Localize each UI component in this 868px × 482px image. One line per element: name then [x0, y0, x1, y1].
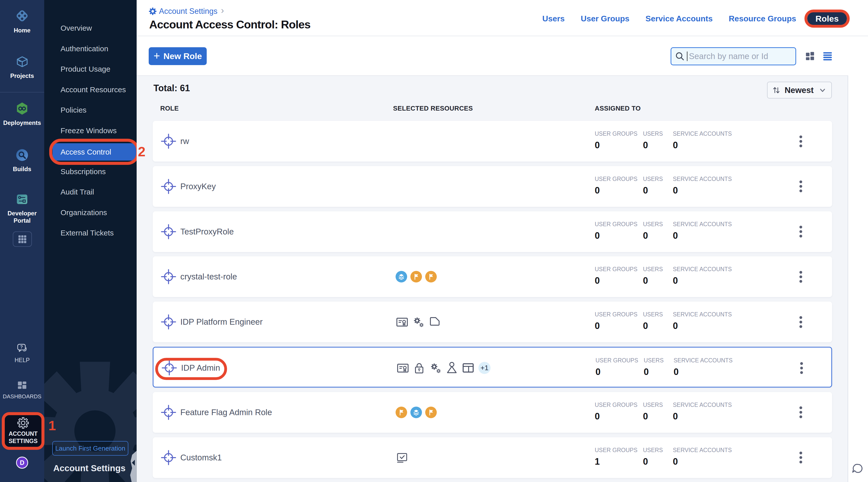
annotation-step-2: 2 [138, 144, 146, 159]
chevron-down-icon [819, 86, 826, 94]
rail-item-builds[interactable]: Builds [0, 148, 44, 173]
sidebar-item-account-resources[interactable]: Account Resources [61, 85, 126, 95]
sidebar-item-policies[interactable]: Policies [61, 105, 86, 115]
sort-dropdown[interactable]: Newest [767, 82, 832, 98]
count-label: SERVICE ACCOUNTS [673, 447, 732, 454]
search-input[interactable]: Search by name or Id [671, 47, 796, 65]
count-label: USER GROUPS [595, 357, 638, 364]
count-value: 0 [595, 275, 600, 286]
role-name[interactable]: rw [180, 121, 189, 161]
count-label: USER GROUPS [595, 176, 638, 182]
breadcrumb[interactable]: Account Settings › [149, 7, 224, 16]
row-menu-button[interactable] [798, 360, 805, 376]
role-target-icon [161, 179, 176, 194]
role-name[interactable]: ProxyKey [180, 166, 216, 207]
rail-item-dashboards[interactable]: DASHBOARDS [0, 381, 44, 400]
user-avatar[interactable]: D [16, 457, 28, 469]
search-placeholder: Search by name or Id [689, 52, 768, 61]
count-label: USERS [643, 176, 663, 182]
row-menu-button[interactable] [797, 133, 805, 150]
sidebar-item-authentication[interactable]: Authentication [61, 44, 108, 54]
count-label: USERS [643, 130, 663, 137]
role-target-icon [161, 314, 176, 329]
role-target-icon [161, 134, 176, 149]
grid-view-button[interactable] [805, 51, 815, 61]
tab-user-groups[interactable]: User Groups [581, 14, 629, 23]
avatar-initial: D [20, 459, 24, 466]
sidebar-item-freeze-windows[interactable]: Freeze Windows [61, 126, 117, 136]
role-card-proxykey[interactable]: ProxyKey USER GROUPS 0 USERS 0 SERVICE A… [153, 166, 832, 207]
count-value: 0 [673, 185, 678, 196]
module-selector-button[interactable] [13, 232, 32, 247]
more-resources-badge[interactable]: +1 [478, 362, 491, 374]
layout-icon [462, 361, 475, 374]
sidebar-panel-title: Account Settings [53, 463, 126, 473]
sidebar-item-audit-trail[interactable]: Audit Trail [61, 187, 94, 197]
monitor-check-icon [396, 451, 409, 464]
role-card-idp-admin[interactable]: IDP Admin +1 USER GROUPS 0 USERS 0 SERVI… [153, 347, 832, 388]
gears-icon [429, 361, 442, 374]
list-view-button[interactable] [823, 51, 832, 61]
count-label: USER GROUPS [595, 130, 638, 137]
count-label: SERVICE ACCOUNTS [673, 266, 732, 273]
row-menu-button[interactable] [797, 313, 805, 330]
toolbar: + New Role Search by name or Id [136, 37, 868, 76]
role-name[interactable]: crystal-test-role [180, 256, 237, 297]
sidebar-item-overview[interactable]: Overview [61, 23, 92, 33]
sidebar-item-subscriptions[interactable]: Subscriptions [61, 167, 106, 177]
row-menu-button[interactable] [797, 449, 805, 466]
role-target-icon [161, 405, 176, 420]
rail-divider [0, 92, 44, 92]
count-label: SERVICE ACCOUNTS [673, 401, 732, 409]
role-name[interactable]: Customsk1 [180, 437, 222, 478]
tab-users[interactable]: Users [542, 14, 565, 23]
new-role-label: New Role [163, 51, 202, 61]
count-value: 0 [643, 185, 648, 196]
developer-portal-icon [15, 192, 29, 206]
rail-item-label: Home [14, 27, 31, 34]
role-card-idp-platform-engineer[interactable]: IDP Platform Engineer USER GROUPS 0 USER… [153, 302, 832, 342]
tab-service-accounts[interactable]: Service Accounts [646, 14, 713, 23]
chat-widget-button[interactable] [851, 462, 864, 475]
page-header: Account Settings › Account Access Contro… [136, 0, 868, 36]
role-name[interactable]: TestProxyRole [180, 211, 234, 252]
annotation-box-idp-admin [155, 358, 227, 380]
row-menu-button[interactable] [797, 404, 805, 421]
row-menu-button[interactable] [797, 178, 805, 195]
role-card-customsk1[interactable]: Customsk1 USER GROUPS 1 USERS 0 SERVICE … [153, 437, 832, 478]
rail-item-deployments[interactable]: Deployments [0, 101, 44, 126]
count-value: 0 [643, 231, 648, 241]
rail-item-account-settings[interactable]: ACCOUNT SETTINGS [2, 412, 44, 450]
tab-resource-groups[interactable]: Resource Groups [728, 14, 796, 23]
role-card-testproxyrole[interactable]: TestProxyRole USER GROUPS 0 USERS 0 SERV… [153, 211, 832, 252]
row-menu-button[interactable] [797, 268, 805, 285]
sidebar-collapse-button[interactable] [128, 450, 136, 482]
breadcrumb-label[interactable]: Account Settings [159, 7, 217, 16]
badge-layers [410, 406, 422, 418]
count-label: USERS [644, 357, 663, 364]
selected-resources [396, 392, 437, 433]
count-label: SERVICE ACCOUNTS [673, 221, 732, 228]
rail-item-help[interactable]: HELP [0, 342, 44, 364]
role-name[interactable]: Feature Flag Admin Role [180, 392, 272, 433]
rail-item-developer-portal[interactable]: Developer Portal [0, 192, 44, 224]
sidebar-item-organizations[interactable]: Organizations [61, 208, 107, 218]
role-name[interactable]: IDP Platform Engineer [180, 302, 263, 342]
row-menu-button[interactable] [797, 223, 805, 240]
count-value: 0 [643, 456, 648, 467]
role-card-crystal-test-role[interactable]: crystal-test-role USER GROUPS 0 USERS 0 … [153, 256, 832, 297]
launch-first-generation-button[interactable]: Launch First Generation [52, 441, 128, 456]
new-role-button[interactable]: + New Role [149, 47, 207, 65]
rail-item-projects[interactable]: Projects [0, 55, 44, 80]
selected-resources [396, 256, 437, 297]
rail-item-label: Builds [13, 165, 31, 173]
sidebar-item-external-tickets[interactable]: External Tickets [61, 228, 114, 238]
role-card-rw[interactable]: rw USER GROUPS 0 USERS 0 SERVICE ACCOUNT… [153, 121, 832, 161]
plus-icon: + [153, 50, 160, 62]
badge-layers [396, 271, 407, 282]
count-value: 0 [595, 185, 600, 196]
sidebar-item-product-usage[interactable]: Product Usage [61, 64, 110, 74]
rail-item-home[interactable]: Home [0, 8, 44, 34]
count-value: 0 [595, 231, 600, 241]
role-card-feature-flag-admin-role[interactable]: Feature Flag Admin Role USER GROUPS 0 US… [153, 392, 832, 433]
